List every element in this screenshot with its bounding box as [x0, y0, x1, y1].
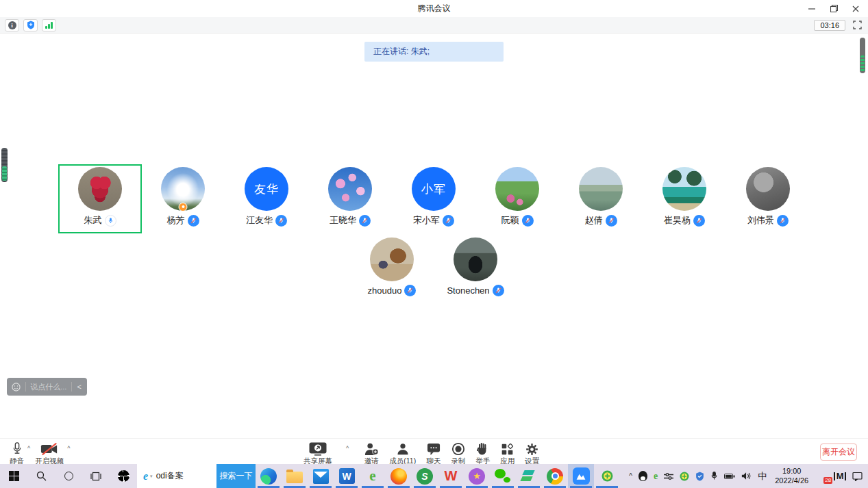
close-button[interactable] [845, 0, 867, 17]
tray-mic-icon[interactable] [710, 471, 718, 481]
microphone-icon [12, 441, 23, 456]
emoji-icon[interactable] [12, 383, 21, 391]
hidden-icons-chevron[interactable]: ^ [629, 472, 632, 480]
record-button[interactable]: 录制 [451, 441, 465, 466]
participant-tile[interactable]: zhouduo [350, 235, 434, 304]
minimize-button[interactable] [801, 0, 823, 17]
settings-button[interactable]: 设置 [525, 441, 539, 466]
mic-options-chevron[interactable]: ^ [27, 445, 30, 452]
restore-button[interactable] [823, 0, 845, 17]
share-screen-button[interactable]: 共享屏幕 [303, 441, 332, 466]
action-center-icon[interactable] [852, 472, 863, 481]
mute-button[interactable]: 静音 [10, 441, 24, 466]
topbar-right: 03:16 [814, 19, 863, 31]
taskbar-app-flow[interactable] [516, 464, 542, 488]
taskbar-app-ie-green[interactable]: e [360, 464, 386, 488]
taskbar-app-caj[interactable]: S [412, 464, 438, 488]
participant-tile[interactable]: 赵倩 [559, 164, 643, 233]
im-app-icon[interactable]: M [834, 471, 846, 481]
participant-tile[interactable]: 王晓华 [308, 164, 392, 233]
participant-tile[interactable]: 崔昊杨 [643, 164, 726, 233]
mic-muted-icon[interactable] [188, 215, 199, 227]
taskbar-app-meeting[interactable] [568, 464, 594, 488]
search-query-text[interactable]: odi备案 [156, 470, 184, 482]
speaker-icon[interactable] [741, 472, 752, 480]
taskbar-app-star[interactable]: ★ [464, 464, 490, 488]
avatar [579, 167, 623, 211]
participant-tile[interactable]: 刘伟景 [726, 164, 810, 233]
participant-tile[interactable]: Stonechen [434, 235, 517, 304]
security-button[interactable] [23, 19, 38, 31]
mic-muted-icon[interactable] [693, 215, 705, 227]
taskbar-app-explorer[interactable] [282, 464, 308, 488]
mic-muted-icon[interactable] [777, 215, 789, 227]
mic-on-icon[interactable] [105, 215, 116, 227]
quick-chat-bar[interactable]: 说点什么... < [7, 378, 87, 396]
meeting-info-button[interactable]: i [5, 19, 19, 31]
start-button[interactable] [0, 464, 27, 488]
search-submit-button[interactable]: 搜索一下 [216, 464, 256, 488]
scrollbar-volume-indicator[interactable] [860, 38, 865, 73]
signal-icon [45, 22, 53, 29]
notification-app-icon[interactable]: 28 [817, 471, 828, 482]
taskbar-app-word[interactable]: W [334, 464, 360, 488]
participant-tile[interactable]: 小军 宋小军 [392, 164, 475, 233]
ime-indicator[interactable]: 中 [758, 470, 767, 483]
mic-muted-icon[interactable] [522, 215, 534, 227]
search-dropdown-caret[interactable]: ▾ [150, 474, 153, 479]
mic-muted-icon[interactable] [275, 215, 287, 227]
network-status-button[interactable] [42, 19, 56, 31]
taskbar-app-wechat[interactable] [490, 464, 516, 488]
taskbar-search-box[interactable]: e ▾ odi备案 搜索一下 [137, 464, 256, 488]
taskbar-clock[interactable]: 19:00 2022/4/26 [775, 467, 808, 486]
cortana-button[interactable] [55, 464, 82, 488]
participant-tile[interactable]: 阮颖 [475, 164, 559, 233]
taskbar-app-360[interactable] [594, 464, 620, 488]
avatar: 友华 [245, 167, 288, 211]
close-icon [852, 5, 859, 12]
mic-muted-icon[interactable] [404, 285, 416, 296]
battery-icon[interactable] [724, 473, 735, 480]
taskbar-app-mail[interactable] [308, 464, 334, 488]
avatar [370, 237, 414, 281]
qq-icon[interactable] [638, 471, 647, 481]
mic-muted-icon[interactable] [359, 215, 371, 227]
taskbar-app-firefox[interactable] [386, 464, 412, 488]
chat-button[interactable]: 聊天 [426, 441, 441, 466]
avatar [746, 167, 790, 211]
taskbar-app-chrome[interactable] [542, 464, 568, 488]
video-options-chevron[interactable]: ^ [67, 445, 70, 452]
tray-green-coin-icon[interactable] [680, 472, 689, 481]
participant-tile[interactable]: 友华 江友华 [225, 164, 308, 233]
taskbar-search-button[interactable] [27, 464, 55, 488]
tray-green-e-icon[interactable]: e [654, 471, 658, 482]
mic-muted-icon[interactable] [606, 215, 617, 227]
apps-button[interactable]: 应用 [500, 441, 514, 466]
taskbar-app-wps[interactable]: W [438, 464, 464, 488]
green-e-icon: e [369, 467, 375, 485]
start-video-button[interactable]: 开启视频 [35, 441, 64, 466]
invite-button[interactable]: 邀请 [364, 441, 379, 466]
mic-muted-icon[interactable] [493, 285, 504, 296]
pinned-app-pinwheel[interactable] [110, 464, 137, 488]
fullscreen-button[interactable] [851, 19, 863, 31]
meeting-toolbar: 静音 ^ 开启视频 ^ [0, 438, 868, 464]
participant-tile[interactable]: 杨芳 [141, 164, 225, 233]
mic-muted-icon[interactable] [443, 215, 454, 227]
tray-shield-icon[interactable] [695, 472, 704, 481]
collapse-chat-button[interactable]: < [72, 383, 87, 391]
wechat-icon [495, 468, 511, 485]
avatar [328, 167, 372, 211]
leave-meeting-button[interactable]: 离开会议 [820, 444, 857, 461]
taskbar-app-edge[interactable] [256, 464, 282, 488]
avatar [495, 167, 539, 211]
task-view-button[interactable] [82, 464, 110, 488]
members-button[interactable]: 成员(11) [389, 441, 416, 466]
sliders-icon[interactable] [664, 472, 673, 480]
share-options-chevron[interactable]: ^ [346, 445, 349, 452]
participant-tile[interactable]: 朱武 [58, 164, 142, 233]
chat-input-placeholder[interactable]: 说点什么... [25, 382, 71, 392]
info-icon: i [8, 21, 16, 29]
raise-hand-button[interactable]: 举手 [475, 441, 490, 466]
participant-name: 杨芳 [167, 214, 185, 227]
